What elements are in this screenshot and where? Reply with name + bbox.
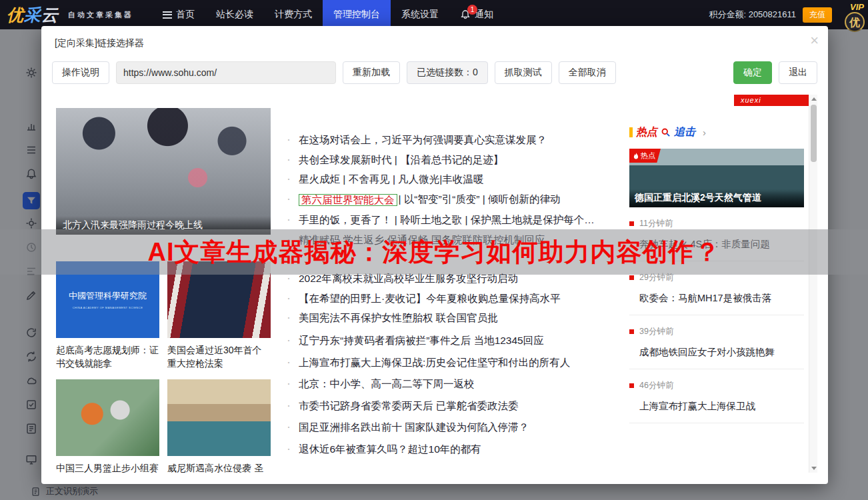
recharge-button[interactable]: 充值	[803, 7, 832, 23]
headline-row: ·【在希望的田野上·麦收记】今年夏粮收购总量保持高水平	[287, 293, 623, 304]
headline-list: ·在这场对话会上，习近平为何强调要真心实意谋发展？ ·共创全球发展新时代 | 【…	[271, 108, 629, 473]
nav-item-billing[interactable]: 计费方式	[264, 0, 323, 29]
hot-item-title[interactable]: 上海宣布打赢大上海保卫战	[639, 400, 804, 413]
headline-link[interactable]: 国足亚洲排名跌出前十 国家队建设为何陷入停滞？	[299, 422, 529, 433]
headline-link[interactable]: 【在希望的田野上·麦收记】今年夏粮收购总量保持高水平	[299, 293, 561, 304]
help-button[interactable]: 操作说明	[52, 61, 109, 84]
obscured-headline-row	[287, 254, 623, 273]
vip-badge: VIP	[850, 2, 864, 12]
headline-link[interactable]: 2022年离校未就业高校毕业生服务攻坚行动启动	[299, 273, 518, 284]
bullet-square-icon	[629, 329, 634, 334]
headline-row: ·共创全球发展新时代 | 【沿着总书记的足迹】	[287, 155, 623, 165]
credit-amount: 积分金额: 2050821611	[709, 9, 796, 21]
exit-button[interactable]: 退出	[779, 61, 817, 84]
headline-row: ·2022年离校未就业高校毕业生服务攻坚行动启动	[287, 273, 623, 284]
hot-badge-label: 热点	[641, 151, 655, 161]
main-nav: 首页 站长必读 计费方式 管理控制台 系统设置 1 通知	[152, 0, 504, 29]
headline-row: ·在这场对话会上，习近平为何强调要真心实意谋发展？	[287, 135, 623, 145]
headline-row: ·第六届世界智能大会 | 以“智变”引“质变” | 倾听创新的律动	[287, 194, 623, 206]
headline-row: ·市委书记跻身省委常委两天后 已掌舵省委政法委	[287, 401, 623, 411]
scroll-down-arrow-icon[interactable]	[809, 464, 817, 473]
press-photo[interactable]	[167, 261, 271, 338]
logo-char-2: 采	[24, 5, 41, 24]
headline-link[interactable]: 手里的饭，更香了！ | 聆听土地之歌 | 保护黑土地就是保护每个…	[299, 215, 595, 225]
modal-title: [定向采集]链接选择器	[55, 37, 144, 48]
headline-row: ·退休近6年被查算久吗？超过10年的都有	[287, 444, 623, 455]
url-input[interactable]	[116, 61, 336, 84]
hot-lead-caption[interactable]: 德国正重启北溪2号天然气管道	[629, 189, 804, 207]
hot-lead-photo[interactable]: 热点 德国正重启北溪2号天然气管道	[629, 149, 804, 207]
selected-count-chip: 已选链接数：0	[407, 61, 488, 84]
logo-char-1: 优	[7, 5, 24, 24]
institute-photo[interactable]: 中國管理科學研究院 CHINA ACADEMY OF MANAGEMENT SC…	[56, 261, 159, 338]
flame-icon	[633, 153, 639, 159]
top-navbar: 优采云 自动文章采集器 首页 站长必读 计费方式 管理控制台 系统设置 1 通知…	[0, 0, 868, 29]
preview-scrollbar[interactable]	[809, 95, 817, 473]
reload-button[interactable]: 重新加载	[343, 61, 400, 84]
selected-headline-link[interactable]: 第六届世界智能大会	[299, 194, 397, 206]
venice-photo[interactable]	[167, 379, 271, 456]
headline-link[interactable]: 精准赋码 学生返乡 保通保畅 国务院联防联控机制回应	[299, 235, 545, 245]
chevron-right-icon[interactable]: ›	[703, 127, 706, 138]
headline-link[interactable]: 在这场对话会上，习近平为何强调要真心实意谋发展？	[299, 135, 547, 145]
hot-item-time: 46分钟前	[639, 380, 673, 391]
headline-link[interactable]: 北京：中小学、高一高二等下周一返校	[299, 379, 475, 389]
headline-link[interactable]: 市委书记跻身省委常委两天后 已掌舵省委政法委	[299, 401, 519, 411]
headline-row: ·上海宣布打赢大上海保卫战:历史会记住坚守和付出的所有人	[287, 357, 623, 368]
headline-link[interactable]: 星火成炬 | 不舍再见 | 凡人微光|丰收温暖	[299, 174, 483, 185]
headline-link[interactable]: 退休近6年被查算久吗？超过10年的都有	[299, 444, 481, 455]
hot-topics-header: 热点 追击 ›	[629, 125, 804, 139]
institute-title: 中國管理科學研究院	[69, 290, 147, 302]
confirm-button[interactable]: 确定	[733, 61, 772, 84]
hot-item-title[interactable]: 成都地铁回应女子对小孩跳艳舞	[639, 346, 804, 359]
card-caption[interactable]: 中国三人男篮止步小组赛	[56, 461, 159, 473]
close-icon[interactable]: ×	[810, 33, 819, 48]
news-card[interactable]: 中國管理科學研究院 CHINA ACADEMY OF MANAGEMENT SC…	[56, 261, 159, 379]
scroll-up-arrow-icon[interactable]	[809, 95, 817, 103]
headline-link[interactable]: 上海宣布打赢大上海保卫战:历史会记住坚守和付出的所有人	[299, 357, 570, 368]
hot-item-time: 39分钟前	[639, 326, 673, 337]
hot-item: 11分钟前 奔驰车起火 4S店：非质量问题	[629, 207, 804, 261]
card-caption[interactable]: 起底高考志愿规划师：证书交钱就能拿	[56, 343, 159, 370]
hot-title-left: 热点	[636, 125, 657, 139]
hot-title-right: 追击	[674, 125, 695, 139]
webpage-preview: xuexi 北方入汛来最强降雨过程今晚上线 中國管理科學研究院 CHINA AC…	[52, 95, 817, 473]
app-logo: 优采云 自动文章采集器	[7, 4, 133, 26]
hot-item-title[interactable]: 欧委会：马航MH17是被俄击落	[639, 292, 804, 305]
news-card[interactable]: 中国三人男篮止步小组赛	[56, 379, 159, 473]
headline-row: ·北京：中小学、高一高二等下周一返校	[287, 379, 623, 389]
basketball-photo[interactable]	[56, 379, 159, 456]
headline-link[interactable]: 共创全球发展新时代 | 【沿着总书记的足迹】	[299, 155, 503, 165]
nav-item-console[interactable]: 管理控制台	[323, 0, 391, 29]
hot-item-title[interactable]: 奔驰车起火 4S店：非质量问题	[639, 238, 804, 251]
card-caption[interactable]: 美国会通过近30年首个重大控枪法案	[167, 343, 271, 370]
news-card[interactable]: 美国会通过近30年首个重大控枪法案	[167, 261, 271, 379]
magnifier-icon	[661, 127, 671, 137]
nav-item-settings[interactable]: 系统设置	[391, 0, 449, 29]
headline-link[interactable]: 辽宁丹东“持黄码者看病被拦”事件之后 当地12345回应	[299, 335, 544, 346]
bullet-square-icon	[629, 221, 634, 226]
headline-row: ·辽宁丹东“持黄码者看病被拦”事件之后 当地12345回应	[287, 335, 623, 346]
headline-link[interactable]: 美国宪法不再保护女性堕胎权 联合国官员批	[299, 313, 498, 323]
lead-photo-caption[interactable]: 北方入汛来最强降雨过程今晚上线	[56, 216, 271, 235]
hot-item: 46分钟前 上海宣布打赢大上海保卫战	[629, 369, 804, 423]
grab-test-button[interactable]: 抓取测试	[495, 61, 552, 84]
link-selector-modal: [定向采集]链接选择器 × 操作说明 重新加载 已选链接数：0 抓取测试 全部取…	[41, 26, 828, 484]
modal-toolbar: 操作说明 重新加载 已选链接数：0 抓取测试 全部取消 确定 退出	[41, 53, 828, 84]
hot-topics-column: 热点 追击 › 热点 德国正重启北溪2号天然气管道 11分钟前 奔驰车起火 4S…	[629, 108, 804, 473]
card-caption[interactable]: 威尼斯遇高水位侵袭 圣	[167, 461, 271, 473]
headline-link[interactable]: | 以“智变”引“质变” | 倾听创新的律动	[399, 194, 561, 205]
nav-item-webmaster-guide[interactable]: 站长必读	[205, 0, 264, 29]
nav-item-notifications[interactable]: 1 通知	[449, 0, 504, 29]
bullet-square-icon	[629, 383, 634, 388]
hot-item: 39分钟前 成都地铁回应女子对小孩跳艳舞	[629, 315, 804, 369]
nav-item-home[interactable]: 首页	[152, 0, 205, 29]
scrollbar-thumb[interactable]	[811, 105, 817, 162]
lead-photo[interactable]: 北方入汛来最强降雨过程今晚上线	[56, 108, 271, 235]
cancel-all-button[interactable]: 全部取消	[559, 61, 616, 84]
news-card[interactable]: 威尼斯遇高水位侵袭 圣	[167, 379, 271, 473]
partial-banner: xuexi	[734, 95, 809, 106]
logo-char-3: 云	[41, 5, 59, 24]
headline-row: ·国足亚洲排名跌出前十 国家队建设为何陷入停滞？	[287, 422, 623, 433]
hot-item-time: 29分钟前	[639, 272, 673, 283]
